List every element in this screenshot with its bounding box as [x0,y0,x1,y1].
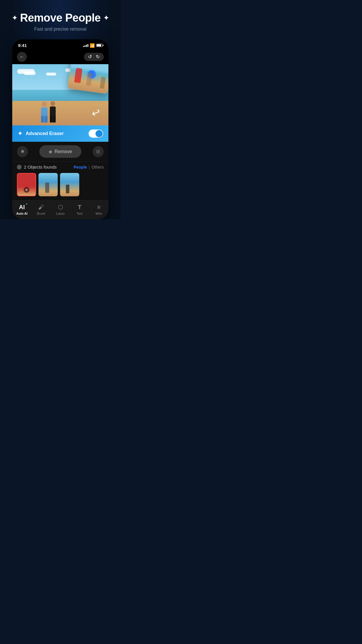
nav-item-brush[interactable]: 🖌 Brush [31,201,51,219]
remove-button[interactable]: ◈ Remove [39,145,81,158]
figure-3 [100,76,106,89]
toggle-knob [96,130,103,137]
status-time: 9:41 [18,43,27,48]
thumbnail-2[interactable] [38,173,58,196]
undo-button[interactable]: ↺ [88,55,92,59]
advanced-eraser-section: ✦ Advanced Eraser [12,125,108,142]
text-icon: T [78,204,81,211]
page-title: ✦ Remove People ✦ [6,12,115,24]
edit-toolbar: ← ↺ ↻ [12,50,108,64]
people-group [41,101,56,123]
action-buttons-row: ✱ ◈ Remove ⊟ [12,142,108,161]
brush-icon: 🖌 [38,204,44,211]
back-button[interactable]: ← [17,52,27,62]
red-highlighted-person [74,68,83,83]
wifi-icon: 📶 [90,43,95,48]
objects-dot-icon [17,165,22,169]
sparkle-right-icon: ✦ [103,14,109,22]
undo-redo-group: ↺ ↻ [84,53,104,61]
nav-label-text: Text [77,212,82,215]
person-1 [41,102,48,123]
title-text: Remove People [20,12,101,24]
filter-others-button[interactable]: Others [92,165,104,169]
auto-ai-icon-wrapper: AI ✦ [19,204,25,211]
compare-icon: ⊟ [96,149,100,154]
wire-icon: ≡ [97,204,101,211]
status-icons: 📶 [83,43,103,48]
objects-filters: People | Others [73,165,104,169]
eraser-toggle-switch[interactable] [89,130,103,138]
nav-item-lasso[interactable]: ⬡ Lasso [51,201,70,219]
eraser-label: Advanced Eraser [26,131,64,136]
phone-mockup: 9:41 📶 ← ↺ ↻ [12,39,108,219]
objects-header: 2 Objects founds People | Others [17,164,104,169]
nav-label-wire: Wire [96,212,102,215]
objects-count-text: 2 Objects founds [24,164,57,169]
objects-section: 2 Objects founds People | Others ✕ [12,161,108,200]
eraser-toggle-left: ✦ Advanced Eraser [17,130,64,137]
nav-label-lasso: Lasso [56,212,64,215]
eraser-sparkle-icon: ✦ [17,130,23,137]
nav-label-auto-ai: Auto AI [16,212,28,215]
app-background: ✦ Remove People ✦ Fast and precise remov… [0,0,121,219]
redo-button[interactable]: ↻ [96,55,100,59]
thumb-1-remove-icon: ✕ [24,187,29,193]
remove-label: Remove [55,149,72,154]
header-section: ✦ Remove People ✦ Fast and precise remov… [0,0,121,36]
figure-2 [86,73,92,86]
thumbnails-row: ✕ [17,173,104,196]
filter-people-button[interactable]: People [73,165,87,169]
signal-icon [83,44,88,47]
compare-button[interactable]: ⊟ [93,146,104,157]
person-2 [50,101,56,123]
bottom-navigation: AI ✦ Auto AI 🖌 Brush ⬡ Lasso T Text [12,200,108,219]
nav-item-auto-ai[interactable]: AI ✦ Auto AI [12,201,31,219]
filter-separator: | [89,165,90,169]
lasso-icon: ⬡ [58,204,63,211]
settings-button[interactable]: ✱ [17,146,28,157]
auto-ai-icon: AI [19,204,25,210]
thumbnail-3[interactable] [60,173,79,196]
objects-count-group: 2 Objects founds [17,164,57,169]
nav-item-text[interactable]: T Text [70,201,89,219]
canvas-wrapper: 👤 ↩ [12,64,108,125]
remove-icon: ◈ [49,149,52,154]
subtitle-text: Fast and precise removal [6,27,115,32]
ai-sparkle-icon: ✦ [25,202,28,206]
nav-label-brush: Brush [37,212,45,215]
thumbnail-1[interactable]: ✕ [17,173,36,196]
canvas-area[interactable]: 👤 ↩ [12,64,108,125]
battery-icon [96,44,103,47]
sparkle-left-icon: ✦ [12,14,17,22]
nav-item-wire[interactable]: ≡ Wire [89,201,108,219]
settings-icon: ✱ [21,149,24,154]
status-bar: 9:41 📶 [12,39,108,50]
back-icon: ← [20,54,24,60]
